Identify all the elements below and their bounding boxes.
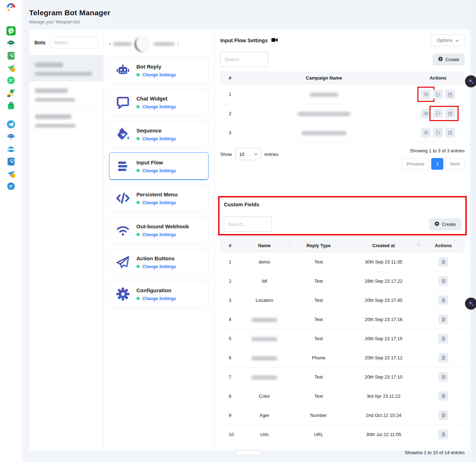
delete-button[interactable] [438,391,448,401]
campaign-send-green-icon[interactable]: 1 [6,64,16,73]
whatsapp-icon[interactable] [6,26,16,36]
redacted-campaign-name [298,112,350,116]
chat-green-icon[interactable] [6,76,16,85]
column-header-name[interactable]: Name↑↓ [237,239,292,252]
export-button[interactable] [433,109,443,118]
delete-button[interactable] [438,353,448,363]
custom-fields-search-input[interactable] [224,217,272,232]
cell-num: 2 [220,272,237,291]
cell-num: 8 [220,387,237,406]
bot-list-item[interactable] [29,55,103,81]
table-row: 6Phone20th Sep 23 17:12 [220,348,465,368]
change-settings-link[interactable]: Change Settings [142,296,176,301]
settings-card-chat-widget[interactable]: Chat WidgetChange Settings [109,88,209,116]
edit-button[interactable] [445,109,455,118]
change-settings-link[interactable]: Change Settings [142,200,176,205]
delete-button[interactable] [438,257,448,267]
dashboard-gauge-icon[interactable] [6,3,16,12]
cell-created-at: 20th Sep 23 17:15 [345,329,422,348]
pagination-page-1[interactable]: 1 [431,158,443,170]
column-header-reply-type[interactable]: Reply Type↑↓ [292,239,345,252]
cell-actions [422,368,465,387]
sort-icon: ↑↓ [287,242,290,246]
settings-card-configuration[interactable]: ConfigurationChange Settings [109,280,209,308]
settings-card-title: Action Buttons [136,255,176,261]
robot-green-icon[interactable] [6,39,16,48]
campaign-search-input[interactable] [220,52,268,67]
delete-button[interactable] [438,411,448,420]
create-custom-field-button[interactable]: Create [429,218,461,230]
bot-list-item[interactable] [29,107,103,133]
edit-button[interactable] [445,128,455,137]
cell-reply-type: Number [292,406,345,425]
settings-card-input-flow[interactable]: Input FlowChange Settings [109,152,209,180]
options-button[interactable]: Options [431,34,465,46]
cell-campaign-name [237,104,411,123]
delete-button[interactable] [438,430,448,439]
assistant-sparkle-button[interactable] [465,298,476,310]
cell-created-at: 30th Sep 23 11:35 [345,252,422,272]
change-settings-link[interactable]: Change Settings [142,264,176,269]
delete-button[interactable] [438,295,448,305]
bot-list-item[interactable] [29,81,103,107]
delete-button[interactable] [438,315,448,324]
video-camera-icon[interactable] [271,37,278,44]
settings-card-out-bound-webhook[interactable]: Out-bound WebhookChange Settings [109,216,209,244]
bots-search-input[interactable] [49,37,99,49]
export-button[interactable] [433,89,443,99]
cell-num: 5 [220,329,237,348]
delete-button[interactable] [438,372,448,382]
campaign-send-blue-icon[interactable]: 1 [6,169,16,179]
footer-space [44,454,476,462]
status-dot-active [136,297,140,300]
cell-reply-type: Text [292,252,345,272]
export-button[interactable] [433,128,443,137]
cell-name: Location [237,291,292,310]
cell-name [237,310,292,329]
telegram-icon[interactable] [6,120,16,129]
change-settings-link[interactable]: Change Settings [142,72,176,77]
change-settings-link[interactable]: Change Settings [142,104,176,109]
cell-created-at: 20th Sep 23 17:16 [345,310,422,329]
column-header-campaign-name[interactable]: Campaign Name↑↓ [237,71,411,85]
delete-button[interactable] [438,276,448,286]
contacts-blue-icon[interactable] [6,157,16,166]
change-settings-link[interactable]: Change Settings [142,136,176,141]
cell-num: 6 [220,348,237,368]
scrollbar[interactable] [473,0,476,462]
contacts-green-icon[interactable] [6,51,16,60]
settings-card-action-buttons[interactable]: Action ButtonsChange Settings [109,248,209,276]
integration-green-icon[interactable] [6,88,16,98]
cell-num: 4 [220,310,237,329]
input-flow-panel: Input Flow Settings Options Create #Camp… [215,29,470,451]
settings-card-bot-reply[interactable]: Bot ReplyChange Settings [109,56,209,84]
cell-actions [422,348,465,368]
view-button[interactable] [421,89,431,99]
page-size-select[interactable]: 10 [236,148,261,160]
sort-icon: ↑↓ [417,242,420,246]
chevron-down-icon [455,38,459,43]
settings-card-sequence[interactable]: SequenceChange Settings [109,120,209,148]
cell-reply-type: Text [292,291,345,310]
cell-actions [411,85,465,104]
cell-reply-type: Text [292,387,345,406]
create-campaign-button[interactable]: Create [433,54,465,65]
pagination-next-button[interactable]: Next [445,158,465,170]
cell-num: 3 [220,123,237,142]
redacted-bot-name [35,62,63,67]
delete-button[interactable] [438,334,448,343]
view-button[interactable] [421,128,431,137]
change-settings-link[interactable]: Change Settings [142,168,176,173]
store-green-icon[interactable] [6,101,16,110]
pagination-previous-button[interactable]: Previous [402,158,430,170]
change-settings-link[interactable]: Change Settings [142,232,176,237]
redacted-bot-username [35,72,92,76]
audience-blue-icon[interactable] [6,145,16,154]
edit-button[interactable] [445,89,455,99]
robot-blue-icon[interactable] [6,132,16,141]
assistant-sparkle-button[interactable] [465,75,476,87]
settings-card-persistent-menu[interactable]: Persistent MenuChange Settings [109,184,209,212]
table-row: 8ColorText3rd Apr 23 11:22 [220,387,465,406]
chat-blue-icon[interactable] [6,182,16,191]
column-header-created-at[interactable]: Created at↑↓ [345,239,422,252]
